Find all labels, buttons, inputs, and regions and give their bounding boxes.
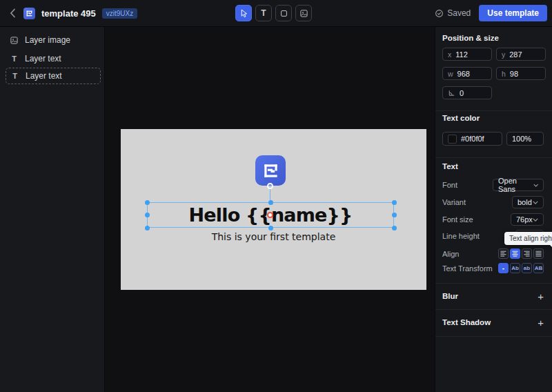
- rotation-field-value: 0: [460, 89, 464, 97]
- canvas-subheading-text[interactable]: This is your first template: [121, 231, 426, 242]
- align-right-button[interactable]: [522, 248, 532, 259]
- color-swatch[interactable]: [448, 135, 457, 144]
- chevron-down-icon: [533, 201, 538, 204]
- align-right-icon: [524, 251, 530, 257]
- selection-handle-bottom-center[interactable]: [268, 226, 273, 231]
- text-icon: T: [10, 55, 19, 63]
- shape-tool-button[interactable]: [275, 5, 292, 21]
- layer-item-text-2-selected[interactable]: T Layer text: [6, 68, 101, 84]
- layer-item-text-1[interactable]: T Layer text: [0, 50, 104, 67]
- layer-label: Layer text: [25, 54, 61, 63]
- add-text-shadow-icon[interactable]: +: [538, 317, 544, 329]
- use-template-button[interactable]: Use template: [479, 5, 547, 21]
- align-row: Align: [442, 248, 544, 259]
- divider: [435, 110, 552, 111]
- cursor-icon: [239, 8, 248, 18]
- selection-handle-top-right[interactable]: [392, 200, 397, 205]
- selection-handle-bottom-right[interactable]: [392, 226, 397, 231]
- text-icon: T: [10, 72, 19, 80]
- x-field-value: 112: [455, 50, 468, 59]
- save-status-label: Saved: [447, 8, 471, 18]
- rectangle-icon: [279, 9, 288, 18]
- inspector-panel: Position & size x 112 y 287 w 968 h 98 0…: [435, 27, 552, 392]
- blur-section-toggle[interactable]: Blur +: [442, 283, 544, 309]
- selection-handle-top-center[interactable]: [268, 200, 273, 205]
- height-field[interactable]: h 98: [496, 67, 546, 80]
- blur-header: Blur: [442, 292, 458, 300]
- font-size-dropdown[interactable]: 76px: [511, 213, 544, 226]
- variant-label: Variant: [442, 198, 466, 206]
- w-field-label: w: [448, 70, 453, 78]
- color-hex-value: #0f0f0f: [461, 135, 484, 143]
- check-circle-icon: [435, 9, 444, 18]
- text-shadow-section-toggle[interactable]: Text Shadow +: [442, 309, 544, 335]
- layers-sidebar: Layer image T Layer text T Layer text: [0, 27, 105, 392]
- angle-icon: [448, 89, 455, 97]
- h-field-label: h: [502, 70, 506, 78]
- transform-lowercase-button[interactable]: ab: [522, 263, 532, 273]
- x-position-field[interactable]: x 112: [442, 48, 492, 61]
- w-field-value: 968: [457, 70, 470, 78]
- image-icon: [10, 36, 19, 45]
- position-size-header: Position & size: [442, 34, 499, 42]
- variant-row: Variant bold: [442, 196, 544, 208]
- canvas-image-layer[interactable]: [255, 155, 286, 186]
- align-label: Align: [442, 250, 459, 258]
- image-tool-button[interactable]: [295, 5, 312, 21]
- app-logo-icon: [23, 8, 35, 19]
- text-tool-icon: T: [261, 8, 266, 18]
- placid-logo-icon: [260, 160, 282, 182]
- page-title: template 495: [41, 8, 96, 19]
- align-justify-button[interactable]: [533, 248, 544, 259]
- layer-label: Layer text: [26, 71, 62, 81]
- canvas-region[interactable]: Hello {{name}} This is your first templa…: [105, 27, 435, 392]
- text-color-field[interactable]: #0f0f0f: [442, 132, 502, 146]
- toolbar: T: [235, 5, 312, 21]
- y-field-value: 287: [509, 50, 522, 59]
- add-blur-icon[interactable]: +: [538, 291, 544, 302]
- selection-handle-top-left[interactable]: [145, 200, 150, 205]
- align-button-group: [498, 248, 544, 259]
- y-field-label: y: [502, 50, 505, 59]
- align-center-button[interactable]: [510, 248, 520, 259]
- rotation-field[interactable]: 0: [442, 86, 492, 99]
- variant-value: bold: [518, 198, 532, 206]
- divider: [435, 157, 552, 158]
- line-height-label: Line height: [442, 232, 480, 240]
- x-field-label: x: [448, 50, 451, 59]
- save-status: Saved: [435, 8, 471, 18]
- selection-handle-bottom-left[interactable]: [145, 226, 150, 231]
- y-position-field[interactable]: y 287: [496, 48, 546, 61]
- text-color-header: Text color: [442, 114, 480, 122]
- transform-none-button[interactable]: -: [498, 263, 509, 273]
- variant-dropdown[interactable]: bold: [512, 196, 544, 208]
- h-field-value: 98: [510, 70, 518, 78]
- font-dropdown[interactable]: Open Sans: [493, 179, 544, 191]
- chevron-down-icon: [533, 218, 538, 222]
- align-left-icon: [500, 251, 506, 257]
- select-tool-button[interactable]: [235, 5, 252, 21]
- text-section-header: Text: [442, 162, 458, 170]
- tooltip: Text align right: [504, 232, 552, 245]
- font-row: Font Open Sans: [442, 179, 544, 191]
- opacity-value: 100%: [512, 135, 531, 143]
- template-id-badge[interactable]: vzit9UXz: [102, 8, 137, 19]
- selection-handle-middle-right[interactable]: [392, 213, 397, 217]
- template-canvas[interactable]: Hello {{name}} This is your first templa…: [121, 129, 426, 290]
- rotation-handle[interactable]: [267, 183, 273, 189]
- divider: [435, 336, 552, 337]
- chevron-left-icon: [10, 8, 16, 18]
- color-opacity-field[interactable]: 100%: [506, 132, 544, 146]
- transform-capitalize-button[interactable]: Ab: [510, 263, 520, 273]
- top-bar: template 495 vzit9UXz T: [0, 0, 552, 27]
- selection-handle-middle-left[interactable]: [145, 213, 150, 217]
- transform-uppercase-button[interactable]: AB: [533, 263, 544, 273]
- width-field[interactable]: w 968: [442, 67, 492, 80]
- align-left-button[interactable]: [498, 248, 509, 259]
- layer-label: Layer image: [25, 35, 70, 45]
- back-button[interactable]: [8, 7, 17, 19]
- layer-item-image[interactable]: Layer image: [0, 32, 104, 48]
- font-size-value: 76px: [516, 215, 533, 224]
- image-icon: [299, 9, 308, 18]
- text-tool-button[interactable]: T: [255, 5, 272, 21]
